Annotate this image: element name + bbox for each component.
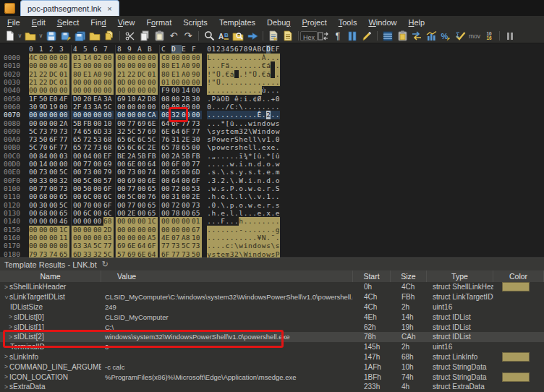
- hex-row[interactable]: 014000000046000000680000001C00000001...F…: [0, 217, 544, 225]
- ascii-char[interactable]: .: [275, 143, 279, 151]
- hex-byte[interactable]: 90: [103, 70, 114, 78]
- hex-editor[interactable]: 0123456789ABCDEF0123456789ABCDEF00004C00…: [0, 43, 544, 257]
- hex-byte[interactable]: 00: [127, 78, 137, 86]
- hex-byte[interactable]: 00: [137, 184, 148, 192]
- hex-byte[interactable]: 00: [29, 86, 39, 94]
- hex-byte[interactable]: 00: [83, 111, 93, 119]
- hex-byte[interactable]: 46: [59, 217, 69, 225]
- hex-byte[interactable]: 00: [39, 217, 49, 225]
- hex-byte[interactable]: 00: [171, 103, 182, 111]
- hex-byte[interactable]: 00: [192, 54, 202, 61]
- template-results-table[interactable]: >sShellLinkHeader0h4Chstruct ShellLinkHe…: [0, 282, 544, 392]
- hex-byte[interactable]: 31: [171, 135, 182, 143]
- hex-byte[interactable]: 65: [171, 168, 182, 176]
- hex-byte[interactable]: 6D: [192, 168, 202, 176]
- hex-byte[interactable]: 6F: [171, 119, 182, 127]
- hex-byte[interactable]: 00: [71, 111, 83, 119]
- hex-byte[interactable]: 6E: [127, 242, 137, 250]
- color-swatch[interactable]: [502, 282, 530, 291]
- hex-byte[interactable]: 6E: [127, 160, 137, 168]
- template-row-IDListSize[interactable]: IDListSize2494Ch2huint16: [0, 302, 544, 312]
- hex-byte[interactable]: 00: [29, 192, 39, 200]
- hex-byte[interactable]: 00: [103, 86, 114, 94]
- ascii-char[interactable]: .: [275, 111, 279, 119]
- hex-byte[interactable]: 21: [29, 78, 39, 86]
- hex-byte[interactable]: 77: [192, 160, 202, 168]
- hex-byte[interactable]: 00: [192, 78, 202, 86]
- hex-byte[interactable]: 00: [29, 226, 39, 234]
- hex-byte[interactable]: 00: [182, 209, 192, 217]
- hex-byte[interactable]: 01: [192, 217, 202, 225]
- hex-byte[interactable]: 73: [127, 168, 137, 176]
- hex-byte[interactable]: 00: [182, 168, 192, 176]
- table-view-button[interactable]: [381, 30, 395, 43]
- hex-byte[interactable]: 00: [182, 192, 192, 200]
- hex-byte[interactable]: 00: [93, 234, 103, 242]
- hex-byte[interactable]: 00: [59, 103, 69, 111]
- hex-byte[interactable]: 4C: [29, 54, 39, 61]
- hex-byte[interactable]: 64: [171, 176, 182, 184]
- hex-byte[interactable]: 00: [148, 61, 158, 69]
- hex-row[interactable]: 001000000046E30000000000000080E1A090...F…: [0, 61, 544, 69]
- hex-byte[interactable]: 11: [59, 234, 69, 242]
- hex-byte[interactable]: 78: [171, 209, 182, 217]
- hex-byte[interactable]: DC: [49, 78, 59, 86]
- hex-byte[interactable]: 64: [159, 119, 171, 127]
- hex-byte[interactable]: 6F: [103, 201, 114, 209]
- hex-byte[interactable]: D8: [148, 95, 158, 103]
- hex-row[interactable]: 00501F50E04FD020EA3A6910A2D808002B30.PàO…: [0, 95, 544, 103]
- hex-byte[interactable]: 00: [93, 78, 103, 86]
- hex-byte[interactable]: 00: [71, 78, 83, 86]
- hex-byte[interactable]: 00: [171, 54, 182, 61]
- hex-byte[interactable]: 77: [192, 127, 202, 135]
- hex-byte[interactable]: 6C: [137, 143, 148, 151]
- hex-byte[interactable]: 00: [115, 168, 127, 176]
- menu-file[interactable]: File: [1, 18, 26, 27]
- hex-byte[interactable]: 6F: [171, 160, 182, 168]
- hex-byte[interactable]: 70: [39, 143, 49, 151]
- expand-arrow-icon[interactable]: >: [7, 333, 14, 341]
- hex-byte[interactable]: FB: [83, 119, 93, 127]
- open-file-button[interactable]: [23, 30, 38, 43]
- hex-byte[interactable]: 21: [29, 70, 39, 78]
- hex-row[interactable]: 00B05C706F7765727368656C6C2E65786500\pow…: [0, 143, 544, 151]
- hex-byte[interactable]: 90: [192, 61, 202, 69]
- expand-arrow-icon[interactable]: >: [3, 353, 9, 360]
- hex-byte[interactable]: 14: [39, 160, 49, 168]
- run-script-button[interactable]: [266, 30, 281, 43]
- hex-byte[interactable]: 74: [49, 250, 59, 258]
- hex-byte[interactable]: E3: [71, 61, 83, 69]
- sync-view-button[interactable]: [316, 30, 331, 43]
- hex-byte[interactable]: 57: [137, 127, 148, 135]
- run-template-button[interactable]: [281, 30, 295, 43]
- hex-byte[interactable]: 00: [137, 176, 148, 184]
- hex-byte[interactable]: 69: [127, 176, 137, 184]
- redo-button[interactable]: ↷: [181, 30, 195, 43]
- hex-byte[interactable]: 00: [137, 209, 148, 217]
- hex-byte[interactable]: 65: [159, 143, 171, 151]
- hex-byte[interactable]: 00: [71, 209, 83, 217]
- hex-byte[interactable]: 00: [148, 226, 158, 234]
- hex-byte[interactable]: 00: [103, 111, 114, 119]
- ascii-char[interactable]: g: [275, 226, 279, 234]
- disassembly-button[interactable]: mov: [467, 30, 482, 43]
- hex-byte[interactable]: 65: [115, 143, 127, 151]
- hex-byte[interactable]: 00: [182, 217, 192, 225]
- hex-byte[interactable]: 64: [137, 242, 148, 250]
- hex-byte[interactable]: 00: [127, 103, 137, 111]
- hex-byte[interactable]: DC: [137, 70, 148, 78]
- hex-byte[interactable]: 69: [148, 127, 158, 135]
- menu-view[interactable]: View: [112, 18, 141, 27]
- menu-tools[interactable]: Tools: [333, 18, 363, 27]
- hex-byte[interactable]: 00: [115, 61, 127, 69]
- hex-byte[interactable]: 00: [93, 226, 103, 234]
- hex-byte[interactable]: 00: [148, 103, 158, 111]
- tab-close-icon[interactable]: ×: [107, 5, 111, 12]
- hex-byte[interactable]: 00: [59, 160, 69, 168]
- hex-byte[interactable]: 00: [159, 111, 171, 119]
- hex-byte[interactable]: E1: [83, 70, 93, 78]
- hex-byte[interactable]: 00: [39, 119, 49, 127]
- hex-byte[interactable]: DC: [49, 70, 59, 78]
- ascii-char[interactable]: á: [229, 70, 234, 78]
- hex-byte[interactable]: 00: [182, 226, 192, 234]
